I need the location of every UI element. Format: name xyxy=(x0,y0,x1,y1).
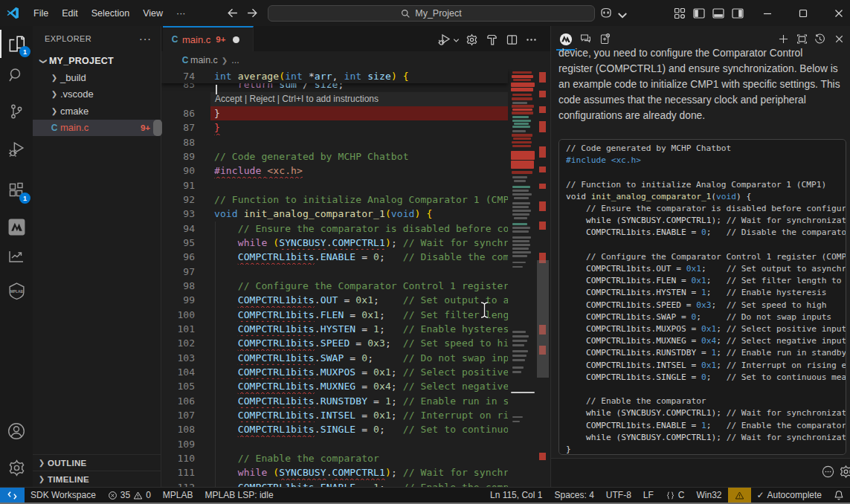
code-line-109[interactable]: 109 xyxy=(161,437,508,451)
close-icon[interactable] xyxy=(833,33,846,45)
minimap[interactable] xyxy=(511,69,535,487)
forward-arrow-icon[interactable] xyxy=(246,7,259,19)
code-line-107[interactable]: 107 COMPCTRL1bits.INTSEL = 0x1; // Inter… xyxy=(161,408,508,422)
hammer-icon[interactable] xyxy=(486,33,498,46)
minimize-icon[interactable] xyxy=(760,6,775,21)
breadcrumb-tail[interactable]: ... xyxy=(231,55,239,65)
gear-icon[interactable] xyxy=(839,465,850,479)
microchip-logo-icon[interactable] xyxy=(559,33,573,46)
code-line-90[interactable]: 90#include <xc.h> xyxy=(161,164,508,178)
history-icon[interactable] xyxy=(814,33,826,45)
status-lf[interactable]: LF xyxy=(637,488,660,503)
tree-root[interactable]: ❯MY_PROJECT xyxy=(33,53,161,69)
add-icon[interactable] xyxy=(777,33,790,45)
code-line-91[interactable]: 91 xyxy=(161,178,508,193)
activity-microchip[interactable] xyxy=(0,210,33,243)
customize-layout-icon[interactable] xyxy=(673,7,686,20)
tree-item-cmake[interactable]: ❯cmake xyxy=(33,103,161,119)
breadcrumb-file[interactable]: main.c xyxy=(190,55,218,65)
status-mplab[interactable]: MPLAB xyxy=(157,488,199,503)
chat-icon[interactable] xyxy=(579,33,592,45)
code-line-99[interactable]: 99 COMPCTRL1bits.OUT = 0x1; // Set outpu… xyxy=(161,293,508,307)
code-editor[interactable]: 85 return sum / size;86}87}8889// Code g… xyxy=(161,69,550,487)
code-line-104[interactable]: 104 COMPCTRL1bits.MUXPOS = 0x1; // Selec… xyxy=(161,365,508,379)
activity-account[interactable] xyxy=(0,415,33,448)
status-win32[interactable]: Win32 xyxy=(691,488,728,503)
menu-selection[interactable]: Selection xyxy=(85,8,136,19)
code-line-86[interactable]: 86} xyxy=(161,106,508,120)
more-actions-icon[interactable] xyxy=(525,33,538,46)
code-line-108[interactable]: 108 COMPCTRL1bits.SINGLE = 0; // Set to … xyxy=(161,422,508,436)
menu-edit[interactable]: Edit xyxy=(55,8,85,19)
menu-view[interactable]: View xyxy=(136,8,170,19)
code-line-98[interactable]: 98 // Configure the Comparator Control 1… xyxy=(161,279,508,293)
activity-extensions[interactable]: 1 xyxy=(0,174,33,207)
code-line-111[interactable]: 111 while (SYNCBUSY.COMPCTRL1); // Wait … xyxy=(161,465,508,479)
activity-run-debug[interactable] xyxy=(0,132,33,165)
chat-input-area[interactable] xyxy=(551,459,850,487)
activity-search[interactable] xyxy=(0,59,33,91)
status-language[interactable]: C xyxy=(660,488,691,503)
sidebar-more-icon[interactable]: ··· xyxy=(139,33,152,45)
code-line-110[interactable]: 110 // Enable the comparator xyxy=(161,451,508,465)
sidebar-section-timeline[interactable]: ❯ TIMELINE xyxy=(33,471,161,487)
code-line-106[interactable]: 106 COMPCTRL1bits.RUNSTDBY = 1; // Enabl… xyxy=(161,394,508,408)
tab-modified-icon[interactable] xyxy=(233,36,239,43)
code-line-89[interactable]: 89// Code generated by MCHP Chatbot xyxy=(161,149,508,164)
gear-icon[interactable] xyxy=(466,33,478,46)
inline-chat-hint[interactable]: Accept | Reject | Ctrl+I to add instruct… xyxy=(210,92,508,106)
code-line-88[interactable]: 88 xyxy=(161,135,508,149)
chat-code-block[interactable]: // Code generated by MCHP Chatbot#includ… xyxy=(558,139,846,455)
sidebar-section-outline[interactable]: ❯ OUTLINE xyxy=(33,454,161,471)
breadcrumb[interactable]: C main.c ❯ ... xyxy=(161,51,550,69)
status-notifications[interactable] xyxy=(828,488,850,503)
code-line-102[interactable]: 102 COMPCTRL1bits.SPEED = 0x3; // Set sp… xyxy=(161,336,508,350)
chevron-down-icon[interactable] xyxy=(616,9,629,22)
code-line-94[interactable]: 94 // Ensure the comparator is disabled … xyxy=(161,222,508,236)
split-editor-icon[interactable] xyxy=(506,33,518,46)
activity-mplab[interactable]: MPLAB xyxy=(0,274,33,307)
code-line-93[interactable]: 93void init_analog_comparator_1(void) { xyxy=(161,207,508,221)
menu-[interactable]: ··· xyxy=(170,8,193,19)
status-problems[interactable]: 350 xyxy=(102,488,157,503)
more-circle-icon[interactable] xyxy=(821,465,835,479)
sticky-scroll-line[interactable]: 74int average(int *arr, int size) { xyxy=(161,69,508,83)
new-chat-icon[interactable] xyxy=(599,33,611,45)
expand-icon[interactable] xyxy=(796,33,808,45)
toggle-secondary-sidebar-icon[interactable] xyxy=(731,7,744,20)
status-spaces--4[interactable]: Spaces: 4 xyxy=(548,488,599,503)
search-input[interactable]: My_Project xyxy=(268,5,595,22)
toggle-sidebar-icon[interactable] xyxy=(692,7,706,20)
code-line-95[interactable]: 95 while (SYNCBUSY.COMPCTRL1); // Wait f… xyxy=(161,236,508,250)
run-debug-split-icon[interactable] xyxy=(437,32,452,47)
status-warning-badge[interactable] xyxy=(728,488,751,503)
status-mplab-lsp--idle[interactable]: MPLAB LSP: idle xyxy=(199,488,280,503)
remote-indicator[interactable] xyxy=(0,488,25,503)
status-ln-115--col-1[interactable]: Ln 115, Col 1 xyxy=(484,488,549,503)
status-utf-8[interactable]: UTF-8 xyxy=(600,488,637,503)
back-arrow-icon[interactable] xyxy=(226,7,239,19)
menu-file[interactable]: File xyxy=(27,8,55,19)
code-line-96[interactable]: 96 COMPCTRL1bits.ENABLE = 0; // Disable … xyxy=(161,250,508,264)
status-sdk-workspace[interactable]: SDK Workspace xyxy=(25,488,102,503)
close-icon[interactable] xyxy=(831,6,846,21)
tree-item-build[interactable]: ❯_build xyxy=(33,70,161,86)
editor-scrollbar[interactable] xyxy=(537,260,549,378)
sidebar-resize-handle[interactable] xyxy=(153,120,162,136)
code-line-112[interactable]: 112 COMPCTRL1bits.ENABLE = 1; // Enable … xyxy=(161,480,508,487)
code-line-87[interactable]: 87} xyxy=(161,120,508,135)
code-line-103[interactable]: 103 COMPCTRL1bits.SWAP = 0; // Do not sw… xyxy=(161,351,508,365)
code-line-92[interactable]: 92// Function to initialize Analog Compa… xyxy=(161,193,508,207)
maximize-icon[interactable] xyxy=(796,6,811,21)
activity-source-control[interactable] xyxy=(0,95,33,128)
code-line-100[interactable]: 100 COMPCTRL1bits.FLEN = 0x1; // Set fil… xyxy=(161,308,508,322)
run-dropdown-chevron-icon[interactable] xyxy=(452,36,460,45)
code-line-101[interactable]: 101 COMPCTRL1bits.HYSTEN = 1; // Enable … xyxy=(161,322,508,336)
tree-item-mainc[interactable]: Cmain.c9+ xyxy=(33,120,161,136)
activity-analysis[interactable] xyxy=(0,240,33,273)
tab-main-c[interactable]: C main.c 9+ xyxy=(163,26,254,51)
code-line-105[interactable]: 105 COMPCTRL1bits.MUXNEG = 0x4; // Selec… xyxy=(161,379,508,393)
copilot-icon[interactable] xyxy=(599,7,613,20)
status-autocomplete[interactable]: ✓Autocomplete xyxy=(751,488,828,503)
toggle-panel-icon[interactable] xyxy=(712,7,725,20)
